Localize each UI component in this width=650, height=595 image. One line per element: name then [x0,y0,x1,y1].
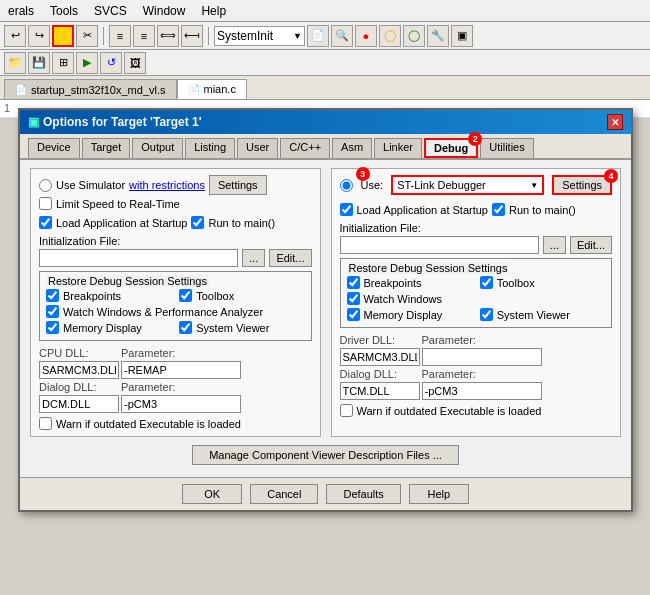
toolbar2-btn-6[interactable]: 🖼 [124,52,146,74]
toolbar2-btn-4[interactable]: ▶ [76,52,98,74]
toolbar-btn-2[interactable]: ↪ [28,25,50,47]
debugger-select[interactable]: ST-Link Debugger ▼ [391,175,544,195]
toolbar-btn-8[interactable]: ⟻ [181,25,203,47]
toolbar-btn-9[interactable]: 📄 [307,25,329,47]
toolbar2-btn-3[interactable]: ⊞ [52,52,74,74]
dtab-output[interactable]: Output [132,138,183,158]
use-simulator-label: Use Simulator [56,179,125,191]
right-breakpoints-check[interactable] [347,276,360,289]
right-warn-check[interactable] [340,404,353,417]
toolbar-btn-15[interactable]: ▣ [451,25,473,47]
right-driver-dll-input[interactable] [340,348,420,366]
dtab-utilities[interactable]: Utilities [480,138,533,158]
dtab-user[interactable]: User [237,138,278,158]
menu-window[interactable]: Window [139,3,190,19]
left-cpu-dll-label: CPU DLL: [39,347,119,359]
toolbar2-btn-5[interactable]: ↺ [100,52,122,74]
dtab-linker[interactable]: Linker [374,138,422,158]
menu-help[interactable]: Help [197,3,230,19]
left-system-viewer-row: System Viewer [179,321,304,334]
left-settings-btn[interactable]: Settings [209,175,267,195]
toolbar-btn-6[interactable]: ≡ [133,25,155,47]
dialog-close-button[interactable]: ✕ [607,114,623,130]
ok-button[interactable]: OK [182,484,242,504]
left-restore-title: Restore Debug Session Settings [46,275,209,287]
left-cpu-param-input[interactable] [121,361,241,379]
left-run-to-main-check[interactable] [191,216,204,229]
dtab-debug[interactable]: Debug 2 [424,138,478,158]
left-edit-btn[interactable]: Edit... [269,249,311,267]
right-run-to-main-check[interactable] [492,203,505,216]
with-restrictions-link[interactable]: with restrictions [129,179,205,191]
menu-erals[interactable]: erals [4,3,38,19]
menu-tools[interactable]: Tools [46,3,82,19]
left-dll-section: CPU DLL: Parameter: Dialog DLL: Paramete… [39,347,312,413]
left-warn-check[interactable] [39,417,52,430]
right-memory-check[interactable] [347,308,360,321]
tab-mian[interactable]: 📄 mian.c [177,79,247,99]
toolbar-btn-4[interactable]: ✂ [76,25,98,47]
manage-component-btn[interactable]: Manage Component Viewer Description File… [192,445,459,465]
toolbar-btn-14[interactable]: 🔧 [427,25,449,47]
help-button[interactable]: Help [409,484,469,504]
left-watch-check[interactable] [46,305,59,318]
left-dialog-param-input[interactable] [121,395,241,413]
left-toolbox-check[interactable] [179,289,192,302]
left-browse-btn[interactable]: ... [242,249,265,267]
sep1 [103,27,104,45]
tab-startup[interactable]: 📄 startup_stm32f10x_md_vl.s [4,79,177,99]
line-number: 1 [4,102,10,114]
left-init-file-input[interactable] [39,249,238,267]
left-watch-label: Watch Windows & Performance Analyzer [63,306,263,318]
right-browse-btn[interactable]: ... [543,236,566,254]
system-init-dropdown[interactable]: SystemInit ▼ [214,26,305,46]
right-init-file-input[interactable] [340,236,539,254]
left-system-viewer-check[interactable] [179,321,192,334]
toolbar2-btn-2[interactable]: 💾 [28,52,50,74]
dialog-content: Use Simulator with restrictions Settings… [20,160,631,477]
dtab-target[interactable]: Target [82,138,131,158]
left-load-app-check[interactable] [39,216,52,229]
left-cpu-dll-input[interactable] [39,361,119,379]
right-warn-row: Warn if outdated Executable is loaded [340,404,613,417]
toolbar-btn-7[interactable]: ⟺ [157,25,179,47]
right-load-app-check[interactable] [340,203,353,216]
left-dialog-dll-input[interactable] [39,395,119,413]
cancel-button[interactable]: Cancel [250,484,318,504]
toolbar-btn-11[interactable]: ● [355,25,377,47]
left-memory-check[interactable] [46,321,59,334]
toolbar-btn-12[interactable]: ◯ [379,25,401,47]
defaults-button[interactable]: Defaults [326,484,400,504]
toolbar-btn-10[interactable]: 🔍 [331,25,353,47]
dtab-listing[interactable]: Listing [185,138,235,158]
right-driver-param-label: Parameter: [422,334,542,346]
toolbar-btn-1[interactable]: ↩ [4,25,26,47]
right-dialog-dll-input[interactable] [340,382,420,400]
right-system-viewer-check[interactable] [480,308,493,321]
toolbar-btn-5[interactable]: ≡ [109,25,131,47]
left-load-app-row: Load Application at Startup Run to main(… [39,216,312,229]
toolbar2-btn-1[interactable]: 📁 [4,52,26,74]
right-settings-label: Settings [562,179,602,191]
right-watch-check[interactable] [347,292,360,305]
toolbar-btn-13[interactable]: ◯ [403,25,425,47]
left-cpu-dll-value-row [39,361,312,379]
right-driver-param-input[interactable] [422,348,542,366]
dtab-cpp[interactable]: C/C++ [280,138,330,158]
toolbar-btn-active[interactable]: ⚡ [52,25,74,47]
radio-use-debugger[interactable] [340,179,353,192]
dialog-tabs: Device Target Output Listing User C/C++ … [20,134,631,160]
right-driver-dll-value-row [340,348,613,366]
dtab-device[interactable]: Device [28,138,80,158]
radio-use-simulator[interactable] [39,179,52,192]
dropdown-arrow: ▼ [293,31,302,41]
dialog-footer: OK Cancel Defaults Help [20,477,631,510]
right-settings-btn[interactable]: Settings 4 [552,175,612,195]
menu-svcs[interactable]: SVCS [90,3,131,19]
left-limit-speed-check[interactable] [39,197,52,210]
right-toolbox-check[interactable] [480,276,493,289]
right-dialog-param-input[interactable] [422,382,542,400]
dtab-asm[interactable]: Asm [332,138,372,158]
left-breakpoints-check[interactable] [46,289,59,302]
right-edit-btn[interactable]: Edit... [570,236,612,254]
